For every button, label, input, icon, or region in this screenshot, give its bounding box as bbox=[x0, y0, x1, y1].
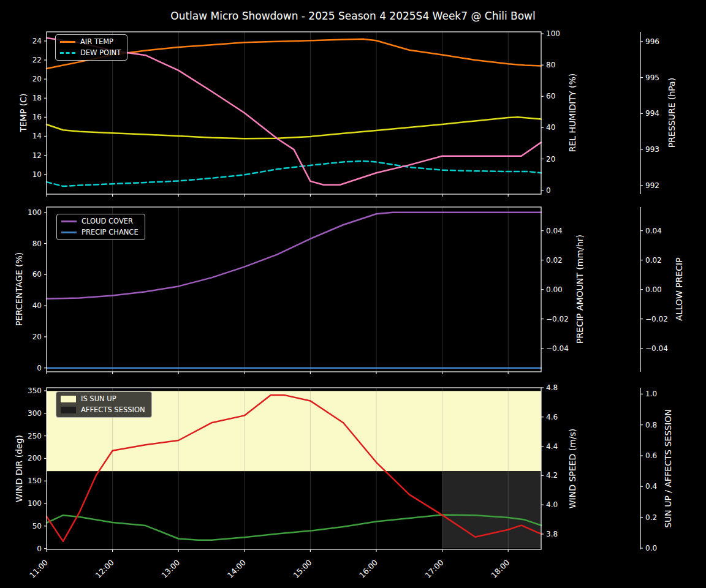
tick-label: 200 bbox=[28, 454, 42, 462]
x-tick-label: 17:00 bbox=[423, 557, 446, 579]
tick-label: −0.02 bbox=[546, 315, 569, 323]
tick-label: 60 bbox=[32, 270, 42, 279]
legend-item-label: IS SUN UP bbox=[81, 395, 116, 403]
tick-label: −0.02 bbox=[645, 315, 668, 323]
tick-label: 0.8 bbox=[645, 421, 657, 429]
tick-label: 996 bbox=[645, 37, 659, 46]
tick-label: 0.02 bbox=[645, 256, 662, 265]
tick-label: 0.2 bbox=[645, 513, 657, 522]
tick-label: 0.00 bbox=[645, 285, 662, 294]
tick-label: 0.00 bbox=[546, 285, 563, 294]
tick-label: −0.04 bbox=[546, 344, 569, 353]
tick-label: 0.04 bbox=[645, 227, 662, 235]
tick-label: 20 bbox=[32, 333, 42, 341]
tick-label: 995 bbox=[645, 74, 659, 82]
fill-affects-session bbox=[442, 471, 541, 548]
tick-label: 22 bbox=[32, 56, 42, 64]
axis-label-percentage: PERCENTAGE (%) bbox=[14, 252, 24, 326]
axis-label-sun-up-affects-session: SUN UP / AFFECTS SESSION bbox=[663, 409, 673, 528]
x-tick-label: 12:00 bbox=[94, 557, 116, 579]
tick-label: 0 bbox=[546, 186, 551, 195]
legend-item: CLOUD COVER bbox=[61, 217, 139, 225]
tick-label: 0 bbox=[37, 545, 42, 553]
axis-label-rel-humidity: REL HUMIDITY (%) bbox=[567, 74, 577, 153]
legend-item: PRECIP CHANCE bbox=[61, 228, 139, 236]
tick-label: 4.0 bbox=[546, 500, 558, 509]
legend-swatch-air-temp bbox=[60, 41, 75, 43]
tick-label: 300 bbox=[28, 409, 42, 418]
tick-label: 0.02 bbox=[546, 256, 563, 265]
tick-label: 16 bbox=[32, 113, 42, 121]
tick-label: 14 bbox=[32, 132, 42, 140]
tick-label: 18 bbox=[32, 94, 42, 102]
tick-label: 994 bbox=[645, 109, 659, 118]
weather-chart-svg: 1012141618202224020406080100992993994995… bbox=[0, 0, 706, 588]
tick-label: 10 bbox=[32, 170, 42, 179]
tick-label: 993 bbox=[645, 145, 659, 154]
tick-label: 992 bbox=[645, 181, 659, 190]
tick-label: 0.4 bbox=[645, 482, 657, 491]
legend-item-label: DEW POINT bbox=[80, 49, 121, 57]
tick-label: 40 bbox=[546, 123, 555, 132]
axis-label-pressure: PRESSURE (hPa) bbox=[667, 78, 677, 148]
tick-label: 80 bbox=[546, 61, 555, 69]
axis-label-wind-speed: WIND SPEED (m/s) bbox=[567, 429, 577, 509]
legend-item: AFFECTS SESSION bbox=[61, 406, 145, 414]
tick-label: 4.4 bbox=[546, 442, 558, 451]
tick-label: 0.6 bbox=[645, 451, 657, 460]
tick-label: 350 bbox=[28, 386, 42, 395]
axis-label-allow-precip: ALLOW PRECIP bbox=[674, 257, 684, 320]
legend-item-label: CLOUD COVER bbox=[82, 217, 133, 225]
tick-label: 250 bbox=[28, 432, 42, 440]
legend-item: IS SUN UP bbox=[61, 395, 145, 403]
legend-item: DEW POINT bbox=[60, 49, 121, 57]
x-tick-label: 15:00 bbox=[291, 557, 313, 579]
tick-label: 100 bbox=[28, 499, 42, 508]
x-tick-label: 16:00 bbox=[357, 557, 379, 579]
x-tick-label: 18:00 bbox=[489, 557, 511, 579]
series-rel-humidity-line bbox=[47, 117, 541, 138]
legend-swatch-dew-point bbox=[60, 52, 75, 54]
tick-label: 20 bbox=[546, 155, 555, 164]
legend-swatch-precip-chance bbox=[61, 232, 77, 233]
x-tick-label: 14:00 bbox=[226, 557, 248, 579]
legend-item: AIR TEMP bbox=[60, 38, 121, 46]
axis-label-temp: TEMP (C) bbox=[18, 93, 28, 132]
legend-item-label: AFFECTS SESSION bbox=[81, 406, 145, 414]
tick-label: 50 bbox=[32, 522, 42, 530]
tick-label: 1.0 bbox=[645, 390, 657, 398]
legend-item-label: PRECIP CHANCE bbox=[82, 228, 139, 236]
legend-swatch-cloud-cover bbox=[61, 221, 77, 222]
tick-label: 80 bbox=[32, 239, 42, 248]
tick-label: 60 bbox=[546, 92, 555, 100]
legend-swatch-affects-session bbox=[61, 407, 76, 413]
legend-percentage: CLOUD COVERPRECIP CHANCE bbox=[56, 214, 145, 240]
tick-label: 4.2 bbox=[546, 471, 558, 480]
tick-label: 0.0 bbox=[645, 544, 657, 552]
series-dew-point-line bbox=[47, 161, 541, 186]
tick-label: 0.04 bbox=[546, 227, 563, 235]
tick-label: 3.8 bbox=[546, 530, 558, 538]
legend-wind: IS SUN UPAFFECTS SESSION bbox=[56, 391, 152, 418]
tick-label: 100 bbox=[28, 208, 42, 217]
tick-label: 12 bbox=[32, 151, 42, 160]
tick-label: 20 bbox=[32, 75, 42, 83]
x-tick-label: 11:00 bbox=[28, 557, 50, 579]
x-tick-label: 13:00 bbox=[159, 557, 181, 579]
weather-forecast-figure: { "title": "Outlaw Micro Showdown - 2025… bbox=[0, 0, 706, 588]
tick-label: 0 bbox=[37, 364, 42, 372]
tick-label: 100 bbox=[546, 29, 560, 38]
legend-item-label: AIR TEMP bbox=[80, 38, 113, 46]
tick-label: 150 bbox=[28, 477, 42, 485]
tick-label: 24 bbox=[32, 37, 42, 45]
tick-label: 4.8 bbox=[546, 383, 558, 392]
tick-label: 4.6 bbox=[546, 413, 558, 421]
legend-swatch-is-sun-up bbox=[61, 396, 76, 402]
legend-temperature: AIR TEMPDEW POINT bbox=[55, 34, 127, 61]
tick-label: 40 bbox=[32, 301, 42, 310]
axis-label-wind-dir: WIND DIR (deg) bbox=[14, 435, 24, 502]
tick-label: −0.04 bbox=[645, 344, 668, 353]
axis-label-precip-amount: PRECIP AMOUNT (mm/hr) bbox=[575, 235, 585, 344]
